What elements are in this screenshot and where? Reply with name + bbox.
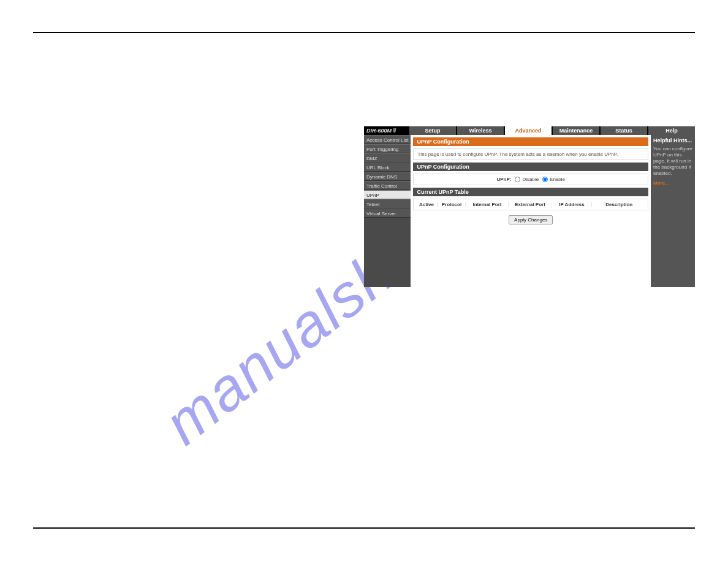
sidebar-item-dmz[interactable]: DMZ (364, 153, 411, 163)
page-description: This page is used to configure UPnP. The… (413, 148, 648, 160)
model-text: DIR-600M (366, 128, 392, 134)
sidebar-item-traffic-control[interactable]: Traffic Control (364, 181, 411, 190)
sidebar-item-port-triggering[interactable]: Port Triggering (364, 144, 411, 153)
section-bar: UPnP Configuration (413, 163, 648, 171)
page: manualshive.com DIR-600M/// Setup Wirele… (0, 0, 728, 563)
upnp-enable-text: Enable (550, 177, 565, 182)
upnp-form-row: UPnP: Disable Enable (413, 174, 648, 185)
tab-help[interactable]: Help (648, 126, 695, 135)
tab-advanced[interactable]: Advanced (505, 126, 552, 135)
upnp-disable-text: Disable (522, 177, 539, 182)
column-protocol: Protocol (438, 202, 466, 207)
tab-wireless[interactable]: Wireless (457, 126, 504, 135)
upnp-label: UPnP: (496, 177, 511, 182)
sidebar-item-virtual-server[interactable]: Virtual Server (364, 209, 411, 218)
router-panel: DIR-600M/// Setup Wireless Advanced Main… (364, 126, 695, 287)
divider-top (33, 32, 695, 33)
tab-strip: DIR-600M/// Setup Wireless Advanced Main… (364, 126, 695, 135)
divider-bottom (33, 527, 695, 529)
model-label: DIR-600M/// (364, 126, 408, 135)
tab-status[interactable]: Status (601, 126, 647, 135)
upnp-enable-option[interactable]: Enable (542, 177, 565, 182)
tab-setup[interactable]: Setup (409, 126, 456, 135)
column-ip-address: IP Address (552, 202, 592, 207)
table-bar: Current UPnP Table (413, 188, 648, 196)
column-external-port: External Port (509, 202, 552, 207)
content-area: UPnP Configuration This page is used to … (411, 135, 651, 287)
apply-changes-button[interactable]: Apply Changes (509, 215, 553, 224)
upnp-table-header: Active Protocol Internal Port External P… (413, 199, 648, 210)
help-title: Helpful Hints... (653, 137, 692, 144)
sidebar-item-telnet[interactable]: Telnet (364, 199, 411, 209)
model-decoration: /// (393, 128, 396, 134)
help-body: You can configure UPnP on this page. It … (653, 146, 692, 177)
help-panel: Helpful Hints... You can configure UPnP … (651, 135, 695, 287)
upnp-disable-option[interactable]: Disable (515, 177, 539, 182)
router-body: Access Control List Port Triggering DMZ … (364, 135, 695, 287)
page-title-bar: UPnP Configuration (413, 137, 648, 146)
sidebar-item-url-block[interactable]: URL Block (364, 163, 411, 172)
sidebar-item-upnp[interactable]: UPnP (364, 190, 411, 199)
sidebar-item-acl[interactable]: Access Control List (364, 135, 411, 144)
tab-maintenance[interactable]: Maintenance (553, 126, 599, 135)
sidebar: Access Control List Port Triggering DMZ … (364, 135, 411, 287)
help-more-link[interactable]: More... (653, 180, 692, 186)
column-active: Active (415, 202, 438, 207)
apply-row: Apply Changes (413, 213, 648, 224)
column-internal-port: Internal Port (466, 202, 509, 207)
column-description: Description (592, 202, 646, 207)
sidebar-item-dynamic-dns[interactable]: Dynamic DNS (364, 172, 411, 181)
upnp-enable-radio[interactable] (542, 177, 548, 182)
upnp-disable-radio[interactable] (515, 177, 520, 182)
